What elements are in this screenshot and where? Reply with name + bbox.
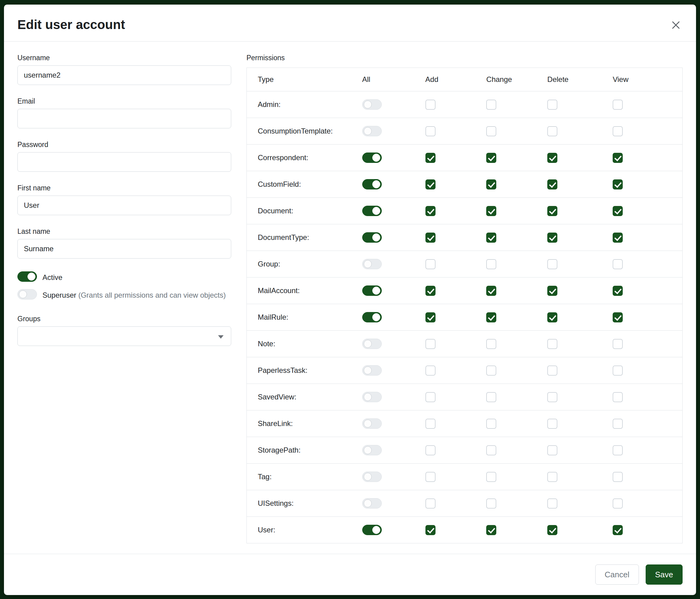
mailrule-all-toggle[interactable] [362,312,382,322]
permission-row-tag: Tag: [247,463,682,490]
toggle-knob [364,366,372,375]
tag-all-toggle[interactable] [362,472,382,482]
consumptiontemplate-change-checkbox[interactable] [486,126,496,136]
tag-delete-checkbox[interactable] [547,472,557,482]
consumptiontemplate-all-toggle[interactable] [362,126,382,136]
note-change-checkbox[interactable] [486,339,496,349]
mailrule-view-checkbox[interactable] [612,312,623,322]
tag-add-checkbox[interactable] [425,472,435,482]
mailaccount-delete-checkbox[interactable] [547,286,557,296]
first-name-field[interactable] [18,196,231,215]
group-change-checkbox[interactable] [486,259,496,269]
documenttype-change-checkbox[interactable] [486,233,496,243]
customfield-all-toggle[interactable] [362,179,382,190]
admin-view-checkbox[interactable] [612,100,623,110]
tag-change-checkbox[interactable] [486,472,496,482]
superuser-toggle[interactable] [18,289,37,300]
mailrule-change-checkbox[interactable] [486,312,496,322]
active-toggle[interactable] [18,271,37,282]
paperlesstask-view-checkbox[interactable] [612,365,623,376]
correspondent-change-checkbox[interactable] [486,153,496,163]
last-name-field[interactable] [18,239,231,259]
paperlesstask-delete-checkbox[interactable] [547,365,557,376]
sharelink-add-checkbox[interactable] [425,419,435,429]
document-view-checkbox[interactable] [612,206,623,216]
mailaccount-all-toggle[interactable] [362,285,382,296]
storagepath-view-checkbox[interactable] [612,445,623,455]
customfield-change-checkbox[interactable] [486,179,496,190]
paperlesstask-change-checkbox[interactable] [486,365,496,376]
user-all-toggle[interactable] [362,525,382,535]
user-add-checkbox[interactable] [425,525,435,535]
documenttype-delete-checkbox[interactable] [547,233,557,243]
group-add-checkbox[interactable] [425,259,435,269]
mailaccount-add-checkbox[interactable] [425,286,435,296]
mailrule-delete-checkbox[interactable] [547,312,557,322]
correspondent-all-toggle[interactable] [362,152,382,163]
username-input[interactable] [18,65,231,85]
admin-add-checkbox[interactable] [425,100,435,110]
note-all-toggle[interactable] [362,339,382,349]
uisettings-view-checkbox[interactable] [612,499,623,508]
customfield-delete-checkbox[interactable] [547,179,557,190]
email-field[interactable] [18,109,231,128]
storagepath-all-toggle[interactable] [362,445,382,455]
admin-change-checkbox[interactable] [486,100,496,110]
uisettings-change-checkbox[interactable] [486,499,496,508]
correspondent-add-checkbox[interactable] [425,153,435,163]
col-header-all: All [362,68,425,91]
user-change-checkbox[interactable] [486,525,496,535]
customfield-add-checkbox[interactable] [425,179,435,190]
note-view-checkbox[interactable] [612,339,623,349]
savedview-delete-checkbox[interactable] [547,392,557,402]
document-all-toggle[interactable] [362,206,382,216]
storagepath-delete-checkbox[interactable] [547,445,557,455]
uisettings-add-checkbox[interactable] [425,499,435,508]
save-button[interactable]: Save [646,565,682,585]
sharelink-all-toggle[interactable] [362,418,382,429]
group-all-toggle[interactable] [362,259,382,269]
user-delete-checkbox[interactable] [547,525,557,535]
tag-view-checkbox[interactable] [612,472,623,482]
close-button[interactable] [669,18,683,33]
customfield-view-checkbox[interactable] [612,179,623,190]
savedview-view-checkbox[interactable] [612,392,623,402]
mailaccount-view-checkbox[interactable] [612,286,623,296]
uisettings-all-toggle[interactable] [362,498,382,508]
documenttype-all-toggle[interactable] [362,232,382,243]
password-field[interactable] [18,152,231,172]
sharelink-change-checkbox[interactable] [486,419,496,429]
mailrule-add-checkbox[interactable] [425,312,435,322]
consumptiontemplate-delete-checkbox[interactable] [547,126,557,136]
note-add-checkbox[interactable] [425,339,435,349]
sharelink-delete-checkbox[interactable] [547,419,557,429]
consumptiontemplate-add-checkbox[interactable] [425,126,435,136]
admin-all-toggle[interactable] [362,99,382,110]
storagepath-add-checkbox[interactable] [425,445,435,455]
document-delete-checkbox[interactable] [547,206,557,216]
note-delete-checkbox[interactable] [547,339,557,349]
uisettings-delete-checkbox[interactable] [547,499,557,508]
document-add-checkbox[interactable] [425,206,435,216]
consumptiontemplate-view-checkbox[interactable] [612,126,623,136]
groups-select[interactable] [18,327,231,346]
document-change-checkbox[interactable] [486,206,496,216]
group-view-checkbox[interactable] [612,259,623,269]
group-delete-checkbox[interactable] [547,259,557,269]
user-view-checkbox[interactable] [612,525,623,535]
paperlesstask-add-checkbox[interactable] [425,365,435,376]
sharelink-view-checkbox[interactable] [612,419,623,429]
admin-delete-checkbox[interactable] [547,100,557,110]
savedview-all-toggle[interactable] [362,392,382,402]
savedview-add-checkbox[interactable] [425,392,435,402]
documenttype-add-checkbox[interactable] [425,233,435,243]
correspondent-view-checkbox[interactable] [612,153,623,163]
savedview-change-checkbox[interactable] [486,392,496,402]
documenttype-view-checkbox[interactable] [612,233,623,243]
cancel-button[interactable]: Cancel [595,565,639,585]
mailaccount-change-checkbox[interactable] [486,286,496,296]
password-label: Password [18,141,231,149]
paperlesstask-all-toggle[interactable] [362,365,382,376]
storagepath-change-checkbox[interactable] [486,445,496,455]
correspondent-delete-checkbox[interactable] [547,153,557,163]
